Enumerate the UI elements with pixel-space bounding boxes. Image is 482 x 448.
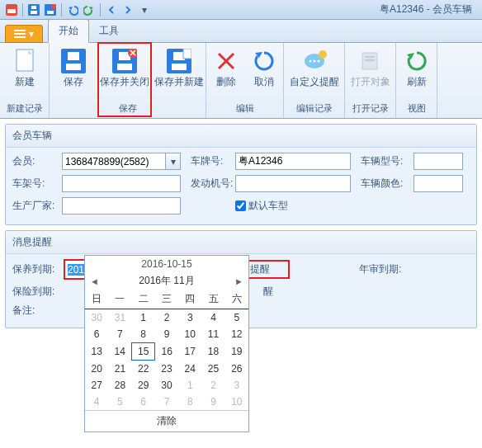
- dp-day-cell[interactable]: 30: [155, 377, 178, 394]
- dp-day-cell[interactable]: 9: [155, 326, 178, 343]
- dp-day-cell[interactable]: 27: [85, 377, 108, 394]
- dp-day-cell[interactable]: 1: [132, 309, 155, 327]
- dp-day-cell[interactable]: 8: [178, 394, 201, 410]
- dp-day-cell[interactable]: 8: [132, 326, 155, 343]
- custom-remind-button[interactable]: 自定义提醒: [285, 45, 344, 102]
- maker-input[interactable]: [62, 197, 181, 215]
- tab-start[interactable]: 开始: [48, 19, 89, 43]
- qat-menu-icon[interactable]: ▾: [138, 3, 151, 17]
- cancel-button[interactable]: 取消: [245, 45, 283, 102]
- save-icon: [60, 48, 87, 74]
- dp-day-cell[interactable]: 22: [132, 361, 155, 378]
- dp-day-cell[interactable]: 23: [155, 361, 178, 378]
- svg-rect-10: [14, 36, 26, 38]
- vin-input[interactable]: [62, 175, 181, 192]
- dp-day-cell[interactable]: 2: [155, 309, 178, 327]
- dp-next-icon[interactable]: ►: [234, 276, 243, 286]
- maint-label: 保养到期:: [12, 262, 60, 276]
- svg-rect-4: [31, 6, 36, 9]
- dp-day-cell[interactable]: 4: [85, 394, 108, 410]
- group-new-label: 新建记录: [7, 102, 43, 116]
- delete-button[interactable]: 删除: [207, 45, 245, 102]
- dp-day-cell[interactable]: 14: [108, 343, 131, 361]
- plate-input[interactable]: [235, 153, 351, 170]
- vin-label: 车架号:: [12, 177, 59, 191]
- model-input[interactable]: [413, 153, 463, 170]
- dp-selected-date: 2016-10-15: [85, 256, 248, 272]
- remind-icon: [301, 48, 328, 74]
- qat-save-icon[interactable]: [27, 3, 40, 17]
- dp-day-cell[interactable]: 16: [155, 343, 178, 361]
- member-input[interactable]: [62, 153, 166, 170]
- dp-day-cell[interactable]: 28: [108, 377, 131, 394]
- dp-clear-button[interactable]: 清除: [85, 410, 248, 431]
- dp-day-cell[interactable]: 3: [178, 309, 201, 327]
- dp-day-cell[interactable]: 18: [201, 343, 224, 361]
- refresh-icon: [404, 48, 430, 74]
- dp-month-label[interactable]: 2016年 11月: [139, 274, 194, 288]
- dp-day-cell[interactable]: 3: [225, 377, 248, 394]
- save-new-button[interactable]: 保存并新建: [152, 45, 206, 102]
- dp-day-cell[interactable]: 31: [108, 309, 131, 327]
- engine-input[interactable]: [235, 175, 351, 192]
- dp-day-cell[interactable]: 11: [201, 326, 224, 343]
- dp-day-cell[interactable]: 5: [225, 309, 248, 327]
- dp-day-cell[interactable]: 2: [201, 377, 224, 394]
- annual-label: 年审到期:: [359, 262, 409, 276]
- new-icon: [12, 48, 38, 74]
- new-button[interactable]: 新建: [1, 45, 49, 102]
- dp-day-cell[interactable]: 17: [178, 343, 201, 361]
- qat-prev-icon[interactable]: [105, 3, 118, 17]
- svg-rect-29: [365, 56, 375, 58]
- dp-day-cell[interactable]: 30: [85, 309, 108, 327]
- model-label: 车辆型号:: [361, 154, 410, 168]
- member-dropdown[interactable]: ▾: [166, 153, 181, 170]
- dp-day-cell[interactable]: 9: [201, 394, 224, 410]
- save-button[interactable]: 保存: [50, 45, 97, 102]
- dp-day-cell[interactable]: 21: [108, 361, 131, 378]
- svg-rect-30: [365, 59, 375, 61]
- open-object-button[interactable]: 打开对象: [346, 45, 395, 102]
- file-menu-button[interactable]: ▾: [5, 25, 43, 43]
- svg-point-24: [309, 60, 311, 63]
- qat-redo-icon[interactable]: [83, 3, 96, 17]
- refresh-button[interactable]: 刷新: [397, 45, 437, 102]
- remark-label: 备注:: [12, 304, 60, 318]
- dp-day-cell[interactable]: 20: [85, 361, 108, 378]
- highlight-saveclose: [97, 42, 152, 117]
- svg-rect-14: [68, 52, 79, 60]
- dp-day-cell[interactable]: 7: [108, 326, 131, 343]
- panel-vehicle-title: 会员车辆: [6, 125, 476, 148]
- dp-day-cell[interactable]: 24: [178, 361, 201, 378]
- dp-day-cell[interactable]: 4: [201, 309, 224, 327]
- dp-dow-header: 六: [225, 290, 248, 309]
- dp-prev-icon[interactable]: ◄: [90, 276, 99, 286]
- qat-undo-icon[interactable]: [66, 3, 79, 17]
- color-label: 车辆颜色:: [361, 177, 410, 191]
- qat-saveclose-icon[interactable]: [44, 3, 57, 17]
- dp-day-cell[interactable]: 5: [108, 394, 131, 410]
- default-type-checkbox[interactable]: 默认车型: [235, 199, 288, 213]
- dp-day-cell[interactable]: 10: [225, 394, 248, 410]
- dp-day-cell[interactable]: 7: [155, 394, 178, 410]
- svg-rect-6: [47, 11, 54, 14]
- dp-day-cell[interactable]: 12: [225, 326, 248, 343]
- dp-day-cell[interactable]: 29: [132, 377, 155, 394]
- ribbon-tabs: ▾ 开始 工具: [0, 20, 482, 43]
- qat-next-icon[interactable]: [121, 3, 135, 17]
- dp-day-cell[interactable]: 6: [85, 326, 108, 343]
- dp-dow-header: 三: [155, 290, 178, 309]
- tab-tools[interactable]: 工具: [89, 20, 129, 42]
- member-label: 会员:: [12, 154, 59, 168]
- dp-day-cell[interactable]: 13: [85, 343, 108, 361]
- svg-rect-3: [31, 11, 37, 14]
- plate-label: 车牌号:: [191, 154, 232, 168]
- color-input[interactable]: [413, 175, 463, 192]
- dp-day-cell[interactable]: 26: [225, 361, 248, 378]
- dp-day-cell[interactable]: 25: [201, 361, 224, 378]
- dp-day-cell[interactable]: 1: [178, 377, 201, 394]
- dp-day-cell[interactable]: 19: [225, 343, 248, 361]
- dp-day-cell[interactable]: 10: [178, 326, 201, 343]
- dp-day-cell[interactable]: 15: [132, 343, 155, 361]
- dp-day-cell[interactable]: 6: [132, 394, 155, 410]
